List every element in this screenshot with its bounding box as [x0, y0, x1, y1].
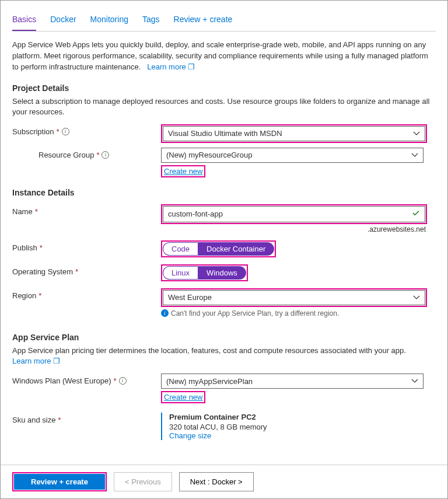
- info-icon[interactable]: i: [102, 151, 109, 159]
- project-desc: Select a subscription to manage deployed…: [12, 96, 436, 117]
- create-new-plan-link[interactable]: Create new: [163, 393, 204, 402]
- tab-tags[interactable]: Tags: [142, 11, 160, 31]
- publish-label: Publish*: [12, 240, 161, 252]
- name-suffix: .azurewebsites.net: [161, 225, 426, 233]
- instance-details-heading: Instance Details: [12, 188, 436, 197]
- next-button[interactable]: Next : Docker >: [179, 472, 254, 491]
- intro-text: App Service Web Apps lets you quickly bu…: [12, 40, 436, 73]
- sku-block: Premium Container PC2 320 total ACU, 8 G…: [161, 413, 436, 440]
- project-details-heading: Project Details: [12, 83, 436, 93]
- subscription-label: Subscription* i: [12, 124, 161, 136]
- intro-body: App Service Web Apps lets you quickly bu…: [12, 40, 428, 71]
- os-windows-option[interactable]: Windows: [198, 266, 246, 280]
- os-linux-option[interactable]: Linux: [163, 266, 198, 280]
- os-toggle: Linux Windows: [163, 266, 246, 280]
- tab-docker[interactable]: Docker: [50, 11, 76, 31]
- name-label: Name*: [12, 204, 161, 216]
- os-label: Operating System*: [12, 264, 161, 276]
- region-select[interactable]: West Europe: [163, 290, 425, 305]
- change-size-link[interactable]: Change size: [169, 431, 211, 440]
- sku-detail: 320 total ACU, 8 GB memory: [169, 423, 436, 431]
- sku-name: Premium Container PC2: [169, 413, 436, 421]
- review-create-button[interactable]: Review + create: [14, 474, 105, 490]
- region-hint: i Can't find your App Service Plan, try …: [161, 309, 436, 317]
- learn-more-link[interactable]: Learn more ❐: [147, 62, 195, 71]
- create-new-rg-link[interactable]: Create new: [163, 167, 204, 176]
- publish-toggle: Code Docker Container: [163, 242, 274, 256]
- external-icon: ❐: [188, 62, 195, 71]
- footer-bar: Review + create < Previous Next : Docker…: [1, 465, 447, 498]
- chevron-down-icon: [413, 294, 420, 303]
- chevron-down-icon: [411, 378, 418, 386]
- check-icon: [412, 209, 420, 219]
- publish-docker-option[interactable]: Docker Container: [198, 242, 274, 256]
- resource-group-label: Resource Group* i: [12, 148, 161, 159]
- windows-plan-label: Windows Plan (West Europe)* i: [12, 374, 161, 385]
- resource-group-select[interactable]: (New) myResourceGroup: [161, 148, 424, 163]
- subscription-select[interactable]: Visual Studio Ultimate with MSDN: [163, 126, 425, 141]
- previous-button: < Previous: [114, 472, 172, 491]
- region-label: Region*: [12, 288, 161, 300]
- external-icon: ❐: [53, 357, 60, 365]
- info-blue-icon: i: [161, 309, 169, 317]
- tab-basics[interactable]: Basics: [12, 11, 36, 31]
- plan-learn-more-link[interactable]: Learn more ❐: [12, 357, 60, 365]
- plan-desc: App Service plan pricing tier determines…: [12, 346, 436, 367]
- info-icon[interactable]: i: [119, 377, 127, 385]
- info-icon[interactable]: i: [62, 128, 69, 135]
- tab-monitoring[interactable]: Monitoring: [90, 11, 128, 31]
- name-input[interactable]: custom-font-app: [163, 206, 425, 222]
- app-service-plan-heading: App Service Plan: [12, 333, 436, 342]
- chevron-down-icon: [413, 130, 420, 139]
- chevron-down-icon: [411, 152, 418, 160]
- tab-review[interactable]: Review + create: [174, 11, 233, 31]
- windows-plan-select[interactable]: (New) myAppServicePlan: [161, 374, 424, 389]
- sku-label: Sku and size*: [12, 413, 161, 424]
- publish-code-option[interactable]: Code: [163, 242, 198, 256]
- tab-bar: Basics Docker Monitoring Tags Review + c…: [12, 11, 436, 32]
